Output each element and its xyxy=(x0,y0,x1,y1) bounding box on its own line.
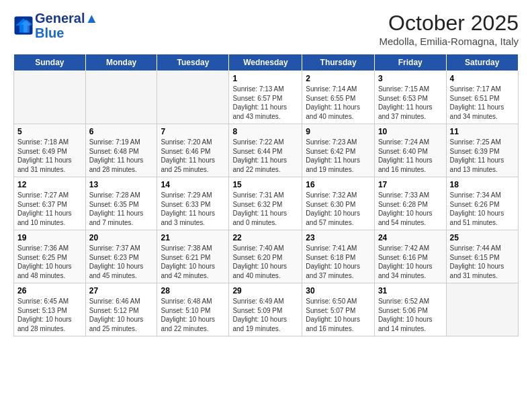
calendar-week-row: 19Sunrise: 7:36 AM Sunset: 6:25 PM Dayli… xyxy=(14,230,519,283)
calendar-cell xyxy=(14,71,86,124)
day-info: Sunrise: 6:48 AM Sunset: 5:10 PM Dayligh… xyxy=(161,297,225,333)
day-info: Sunrise: 7:32 AM Sunset: 6:30 PM Dayligh… xyxy=(306,191,371,227)
day-number: 18 xyxy=(450,180,515,189)
day-number: 23 xyxy=(306,233,371,242)
logo-icon xyxy=(13,15,34,36)
day-number: 26 xyxy=(17,286,82,295)
day-info: Sunrise: 6:45 AM Sunset: 5:13 PM Dayligh… xyxy=(17,297,82,333)
day-info: Sunrise: 7:40 AM Sunset: 6:20 PM Dayligh… xyxy=(232,244,298,280)
day-number: 1 xyxy=(232,74,298,83)
day-number: 8 xyxy=(232,127,298,136)
day-info: Sunrise: 7:22 AM Sunset: 6:44 PM Dayligh… xyxy=(232,138,298,174)
day-header-monday: Monday xyxy=(85,54,157,71)
day-number: 13 xyxy=(89,180,154,189)
day-info: Sunrise: 7:34 AM Sunset: 6:26 PM Dayligh… xyxy=(450,191,515,227)
calendar-cell: 17Sunrise: 7:33 AM Sunset: 6:28 PM Dayli… xyxy=(374,177,446,230)
calendar-cell: 21Sunrise: 7:38 AM Sunset: 6:21 PM Dayli… xyxy=(157,230,229,283)
day-number: 31 xyxy=(378,286,443,295)
day-info: Sunrise: 7:18 AM Sunset: 6:49 PM Dayligh… xyxy=(17,138,82,174)
calendar-cell: 23Sunrise: 7:41 AM Sunset: 6:18 PM Dayli… xyxy=(302,230,375,283)
day-info: Sunrise: 6:52 AM Sunset: 5:06 PM Dayligh… xyxy=(378,297,443,333)
day-number: 14 xyxy=(161,180,225,189)
calendar-week-row: 1Sunrise: 7:13 AM Sunset: 6:57 PM Daylig… xyxy=(14,71,519,124)
calendar-cell: 25Sunrise: 7:44 AM Sunset: 6:15 PM Dayli… xyxy=(446,230,518,283)
calendar-week-row: 26Sunrise: 6:45 AM Sunset: 5:13 PM Dayli… xyxy=(14,283,519,336)
calendar-cell: 20Sunrise: 7:37 AM Sunset: 6:23 PM Dayli… xyxy=(85,230,157,283)
day-number: 21 xyxy=(161,233,225,242)
day-number: 4 xyxy=(450,74,515,83)
calendar-cell: 31Sunrise: 6:52 AM Sunset: 5:06 PM Dayli… xyxy=(374,283,446,336)
calendar-cell: 22Sunrise: 7:40 AM Sunset: 6:20 PM Dayli… xyxy=(229,230,302,283)
day-info: Sunrise: 7:36 AM Sunset: 6:25 PM Dayligh… xyxy=(17,244,82,280)
day-info: Sunrise: 7:33 AM Sunset: 6:28 PM Dayligh… xyxy=(378,191,443,227)
day-info: Sunrise: 6:50 AM Sunset: 5:07 PM Dayligh… xyxy=(306,297,371,333)
day-number: 29 xyxy=(232,286,298,295)
calendar-table: SundayMondayTuesdayWednesdayThursdayFrid… xyxy=(13,54,519,336)
day-number: 3 xyxy=(378,74,443,83)
day-info: Sunrise: 7:37 AM Sunset: 6:23 PM Dayligh… xyxy=(89,244,154,280)
calendar-cell: 10Sunrise: 7:24 AM Sunset: 6:40 PM Dayli… xyxy=(374,124,446,177)
calendar-cell: 11Sunrise: 7:25 AM Sunset: 6:39 PM Dayli… xyxy=(446,124,518,177)
calendar-cell: 16Sunrise: 7:32 AM Sunset: 6:30 PM Dayli… xyxy=(302,177,375,230)
day-info: Sunrise: 7:13 AM Sunset: 6:57 PM Dayligh… xyxy=(232,85,298,121)
calendar-cell: 1Sunrise: 7:13 AM Sunset: 6:57 PM Daylig… xyxy=(229,71,302,124)
day-number: 17 xyxy=(378,180,443,189)
header: General▲ Blue October 2025 Medolla, Emil… xyxy=(13,11,519,47)
main-title: October 2025 xyxy=(379,11,519,36)
calendar-cell: 7Sunrise: 7:20 AM Sunset: 6:46 PM Daylig… xyxy=(157,124,229,177)
day-header-friday: Friday xyxy=(374,54,446,71)
calendar-cell: 3Sunrise: 7:15 AM Sunset: 6:53 PM Daylig… xyxy=(374,71,446,124)
day-number: 9 xyxy=(306,127,371,136)
day-info: Sunrise: 7:29 AM Sunset: 6:33 PM Dayligh… xyxy=(161,191,225,227)
day-header-wednesday: Wednesday xyxy=(229,54,302,71)
day-info: Sunrise: 7:38 AM Sunset: 6:21 PM Dayligh… xyxy=(161,244,225,280)
calendar-cell: 19Sunrise: 7:36 AM Sunset: 6:25 PM Dayli… xyxy=(14,230,86,283)
calendar-cell: 6Sunrise: 7:19 AM Sunset: 6:48 PM Daylig… xyxy=(85,124,157,177)
day-number: 15 xyxy=(232,180,298,189)
day-number: 30 xyxy=(306,286,371,295)
calendar-cell: 14Sunrise: 7:29 AM Sunset: 6:33 PM Dayli… xyxy=(157,177,229,230)
day-number: 11 xyxy=(450,127,515,136)
day-number: 10 xyxy=(378,127,443,136)
calendar-cell: 27Sunrise: 6:46 AM Sunset: 5:12 PM Dayli… xyxy=(85,283,157,336)
day-info: Sunrise: 7:44 AM Sunset: 6:15 PM Dayligh… xyxy=(450,244,515,280)
day-number: 22 xyxy=(232,233,298,242)
day-number: 19 xyxy=(17,233,82,242)
day-info: Sunrise: 7:23 AM Sunset: 6:42 PM Dayligh… xyxy=(306,138,371,174)
day-info: Sunrise: 7:24 AM Sunset: 6:40 PM Dayligh… xyxy=(378,138,443,174)
subtitle: Medolla, Emilia-Romagna, Italy xyxy=(379,36,519,47)
day-number: 12 xyxy=(17,180,82,189)
calendar-cell: 13Sunrise: 7:28 AM Sunset: 6:35 PM Dayli… xyxy=(85,177,157,230)
calendar-body: 1Sunrise: 7:13 AM Sunset: 6:57 PM Daylig… xyxy=(14,71,519,336)
calendar-cell: 8Sunrise: 7:22 AM Sunset: 6:44 PM Daylig… xyxy=(229,124,302,177)
page: General▲ Blue October 2025 Medolla, Emil… xyxy=(0,0,532,343)
day-number: 28 xyxy=(161,286,225,295)
calendar-header-row: SundayMondayTuesdayWednesdayThursdayFrid… xyxy=(14,54,519,71)
calendar-cell: 4Sunrise: 7:17 AM Sunset: 6:51 PM Daylig… xyxy=(446,71,518,124)
calendar-week-row: 12Sunrise: 7:27 AM Sunset: 6:37 PM Dayli… xyxy=(14,177,519,230)
calendar-week-row: 5Sunrise: 7:18 AM Sunset: 6:49 PM Daylig… xyxy=(14,124,519,177)
calendar-cell xyxy=(446,283,518,336)
day-header-sunday: Sunday xyxy=(14,54,86,71)
calendar-cell: 30Sunrise: 6:50 AM Sunset: 5:07 PM Dayli… xyxy=(302,283,375,336)
day-info: Sunrise: 7:15 AM Sunset: 6:53 PM Dayligh… xyxy=(378,85,443,121)
day-info: Sunrise: 7:27 AM Sunset: 6:37 PM Dayligh… xyxy=(17,191,82,227)
day-info: Sunrise: 7:42 AM Sunset: 6:16 PM Dayligh… xyxy=(378,244,443,280)
logo: General▲ Blue xyxy=(13,11,98,40)
calendar-cell: 5Sunrise: 7:18 AM Sunset: 6:49 PM Daylig… xyxy=(14,124,86,177)
day-number: 7 xyxy=(161,127,225,136)
calendar-cell: 29Sunrise: 6:49 AM Sunset: 5:09 PM Dayli… xyxy=(229,283,302,336)
day-number: 5 xyxy=(17,127,82,136)
day-number: 16 xyxy=(306,180,371,189)
calendar-cell xyxy=(85,71,157,124)
day-number: 6 xyxy=(89,127,154,136)
day-number: 25 xyxy=(450,233,515,242)
day-number: 20 xyxy=(89,233,154,242)
calendar-cell: 15Sunrise: 7:31 AM Sunset: 6:32 PM Dayli… xyxy=(229,177,302,230)
day-info: Sunrise: 6:49 AM Sunset: 5:09 PM Dayligh… xyxy=(232,297,298,333)
logo-text: General▲ Blue xyxy=(35,11,98,40)
day-header-tuesday: Tuesday xyxy=(157,54,229,71)
calendar-cell: 2Sunrise: 7:14 AM Sunset: 6:55 PM Daylig… xyxy=(302,71,375,124)
calendar-cell xyxy=(157,71,229,124)
day-info: Sunrise: 7:41 AM Sunset: 6:18 PM Dayligh… xyxy=(306,244,371,280)
